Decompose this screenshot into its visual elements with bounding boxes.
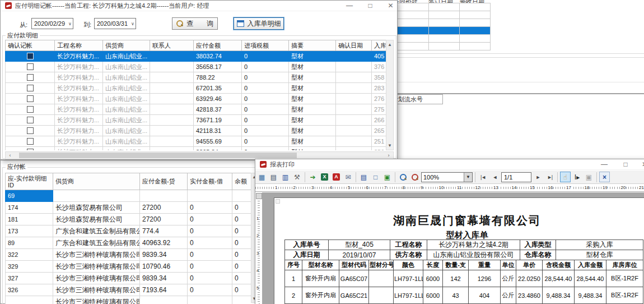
table-row[interactable]: 326长沙市三湘特种玻璃有限公司7193.6400 (6, 284, 256, 296)
zoom-level-select[interactable]: 100%▼ (421, 172, 473, 182)
copy-icon[interactable]: ▣ (584, 172, 594, 182)
close-preview-icon[interactable]: × (599, 172, 610, 182)
table-row[interactable]: 89广东合和建筑五金制品有限公司40963.9200 (6, 237, 256, 249)
column-header[interactable]: 含税金额 (543, 260, 575, 270)
report-preview-area[interactable]: 湖南巨晟门窗幕墙有限公司 型材入库单 入库单号型材_405工程名称长沙万科魅力之… (263, 192, 644, 304)
zoom-out-icon[interactable] (409, 172, 420, 182)
checkbox[interactable] (27, 74, 34, 81)
vertical-scrollbar[interactable]: ▴ ▾ (386, 40, 394, 150)
column-header[interactable]: 签订日期 (428, 0, 460, 3)
first-page-icon[interactable]: |◄ (478, 172, 488, 182)
table-row[interactable]: 322长沙市三湘特种玻璃有限公司9839.3400 (6, 249, 256, 261)
mail-icon[interactable]: ✉ (343, 172, 353, 182)
table-row[interactable]: 长沙万科魅力...山东南山铝业...3895.840型材250 (6, 147, 386, 151)
close-button[interactable]: ✕ (638, 159, 644, 170)
table-row[interactable]: 长沙万科魅力...山东南山铝业...94555.690型材251 (6, 136, 386, 147)
table-row[interactable]: 长沙万科魅力...山东南山铝业...67201.350型材283 (6, 83, 386, 94)
text-select-icon[interactable]: I▸ (572, 172, 582, 182)
column-header[interactable]: 确认日期 (336, 40, 372, 51)
column-header[interactable]: 实付金额-借 (188, 173, 232, 190)
table-row[interactable]: 长沙万科魅力...山东南山铝业...42818.370型材275 (6, 104, 386, 115)
table-row[interactable]: 327长沙市三湘特种玻璃有限公司9839.3400 (6, 273, 256, 284)
column-header[interactable]: 单价 (516, 260, 543, 270)
column-header[interactable]: 联系人 (150, 40, 194, 51)
table-row[interactable] (393, 43, 491, 50)
maximize-button[interactable]: □ (362, 1, 379, 11)
column-header[interactable]: 单位 (501, 260, 516, 270)
checkbox[interactable] (27, 106, 34, 113)
column-header[interactable]: 供货商 (53, 173, 140, 190)
table-row[interactable]: 329长沙市三湘特种玻璃有限公司10790.4600 (6, 261, 256, 273)
column-header[interactable]: 进项税额 (242, 40, 289, 51)
table-row[interactable]: 长沙万科魅力...山东南山铝业...35658.170型材376 (6, 62, 386, 72)
column-header[interactable]: 型材分号 (369, 260, 394, 270)
checkbox[interactable] (27, 149, 34, 150)
table-row[interactable]: 长沙万科魅力...山东南山铝业...42118.310型材265 (6, 126, 386, 136)
last-page-icon[interactable]: ►| (544, 172, 555, 182)
column-header[interactable]: 长度 (423, 260, 443, 270)
column-header[interactable]: 工程名称 (55, 40, 103, 51)
page-number-input[interactable]: 1/1 (501, 172, 531, 182)
book-icon[interactable]: ▥ (280, 172, 291, 182)
from-date-select[interactable]: 2020/02/29 ∨ (31, 18, 73, 29)
table-row[interactable] (393, 11, 491, 19)
checkbox[interactable] (27, 127, 34, 134)
column-header[interactable]: 应-实付款明细ID (6, 173, 53, 190)
column-header[interactable]: 数量-支 (443, 260, 469, 270)
zoom-in-icon[interactable] (398, 172, 408, 182)
column-header[interactable]: 应付金额 (194, 40, 242, 51)
page-icon[interactable]: □ (370, 172, 381, 182)
column-header[interactable]: 摘要 (289, 40, 336, 51)
column-header[interactable]: 库房库位 (606, 260, 643, 270)
scroll-up-icon[interactable]: ▴ (386, 41, 393, 48)
table-row[interactable]: 2窗外开内扇GA65C21LH797-1LL600043404公斤23.4860… (285, 287, 643, 304)
ruler-origin-button[interactable] (256, 193, 262, 199)
to-date-select[interactable]: 2020/03/31 ∨ (94, 18, 136, 29)
column-header[interactable]: 序号 (285, 260, 302, 270)
column-header[interactable]: 供货商 (103, 40, 150, 51)
prev-page-icon[interactable]: ◄ (489, 172, 500, 182)
table-row[interactable]: 长沙万科魅力...山东南山铝业...38032.740型材405 (6, 51, 386, 62)
print-setup-icon[interactable]: ▤ (358, 172, 369, 182)
table-row[interactable]: 174长沙坦森贸易有限公司2720000 (6, 202, 256, 214)
column-header[interactable]: 入库金额 (575, 260, 606, 270)
column-header[interactable]: 型材代码 (339, 260, 369, 270)
column-header[interactable]: 合同价款 (393, 0, 428, 3)
table-row[interactable]: 69广东合和建筑五金制品有限公司11411.7800 (6, 190, 256, 202)
scroll-down-icon[interactable]: ▾ (386, 142, 393, 149)
table-row[interactable]: 长沙市三湘特种玻璃有限公司 (6, 296, 256, 304)
excel-export-icon[interactable]: X (319, 172, 330, 182)
title-bar[interactable]: 报表打印 — □ ✕ (255, 159, 644, 170)
next-page-icon[interactable]: ► (533, 172, 543, 182)
column-header[interactable]: 应付金额-贷 (140, 173, 188, 190)
table-row[interactable] (393, 3, 491, 11)
pages-icon[interactable]: ▣ (382, 172, 393, 182)
checkbox[interactable] (27, 117, 34, 123)
column-header[interactable]: 验收日期 (460, 0, 491, 3)
table-row[interactable]: 长沙万科魅力...山东南山铝业...63929.460型材276 (6, 94, 386, 104)
column-header[interactable]: 重量 (469, 260, 501, 270)
minimize-button[interactable]: — (341, 1, 358, 11)
column-header[interactable]: 型材名称 (302, 260, 339, 270)
column-header[interactable]: 颜色 (394, 260, 423, 270)
checkbox[interactable] (27, 138, 34, 145)
toc-panel-icon[interactable]: ▦ (256, 172, 267, 182)
table-row[interactable]: 入库日期2019/10/07供方名称山东南山铝业股份有限公司仓库名称型材仓库 (285, 250, 643, 260)
title-bar[interactable]: 应付明细记帐------当前工程: 长沙万科魅力之城4.2期------当前用户… (1, 1, 397, 11)
table-row[interactable] (393, 27, 491, 35)
table-row[interactable]: 长沙万科魅力...山东南山铝业...788.220型材358 (6, 72, 386, 83)
close-button[interactable]: ✕ (383, 1, 398, 11)
options-icon[interactable]: ⚒ (292, 172, 302, 182)
table-row[interactable]: 181长沙坦森贸易有限公司2720000 (6, 214, 256, 225)
table-row[interactable]: 长沙万科魅力...山东南山铝业...73671.190型材266 (6, 115, 386, 126)
scroll-left-icon[interactable]: ‹ (7, 152, 13, 159)
table-row[interactable] (393, 19, 491, 27)
checkbox[interactable] (27, 85, 34, 91)
checkbox[interactable] (27, 53, 34, 59)
table-row[interactable]: 173广东合和建筑五金制品有限公司774.400 (6, 225, 256, 237)
query-button[interactable]: 查 询 (172, 17, 218, 30)
column-header[interactable]: 确认记帐 (6, 40, 55, 51)
scrollbar-thumb[interactable] (19, 153, 297, 158)
checkbox[interactable] (27, 95, 34, 102)
pdf-export-icon[interactable]: A (331, 172, 342, 182)
